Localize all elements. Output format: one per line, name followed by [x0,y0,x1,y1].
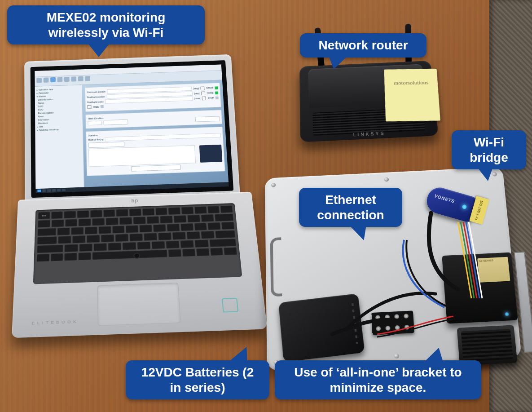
network-router: LINKSYS motorsolutions [299,61,439,142]
callout-text: 12VDC Batteries (2 in series) [141,365,254,394]
callout-laptop: MEXE02 monitoring wirelessly via Wi-Fi [7,5,205,44]
driver-controller: AZ SERIES [442,252,518,323]
callout-wifi-bridge: Wi-Fi bridge [452,130,526,169]
callout-text: Network router [318,38,408,52]
touchpad [97,283,181,326]
callout-batteries: 12VDC Batteries (2 in series) [126,360,269,399]
keyboard: esc [33,203,242,284]
laptop-base: hp esc ELITEBOOK [12,192,267,338]
laptop-brand: hp [132,198,139,204]
laptop-screen: ▸ Operation data ▸ Parameter ▾ Monitor U… [31,60,234,198]
motor-driver-assembly: AZ SERIES [433,252,532,367]
router-brand: LINKSYS [353,131,386,137]
status-led-icon [505,312,509,316]
sticky-note: motorsolutions [384,69,440,121]
callout-text: Use of ‘all-in-one’ bracket to minimize … [294,365,462,394]
status-led-icon [462,204,467,209]
callout-router: Network router [300,33,426,58]
callout-ethernet: Ethernet connection [299,188,402,227]
terminal-block [371,310,414,335]
sticky-note-text: motorsolutions [394,80,429,86]
laptop: ▸ Operation data ▸ Parameter ▾ Monitor U… [9,45,256,346]
scene-photo: ▸ Operation data ▸ Parameter ▾ Monitor U… [0,0,532,412]
stepper-motor [457,325,518,366]
wifi-bridge-brand: VONETS [434,193,455,204]
fingerprint-reader-icon [222,298,238,313]
callout-bracket: Use of ‘all-in-one’ bracket to minimize … [275,360,481,399]
driver-label: AZ SERIES [477,257,510,283]
callout-text: MEXE02 monitoring wirelessly via Wi-Fi [47,10,165,40]
handle-icon [270,237,282,297]
callout-text: Ethernet connection [317,193,384,222]
callout-text: Wi-Fi bridge [470,135,508,164]
laptop-model: ELITEBOOK [32,319,79,326]
laptop-lid: ▸ Operation data ▸ Parameter ▾ Monitor U… [24,54,240,206]
battery-pack [278,293,365,362]
